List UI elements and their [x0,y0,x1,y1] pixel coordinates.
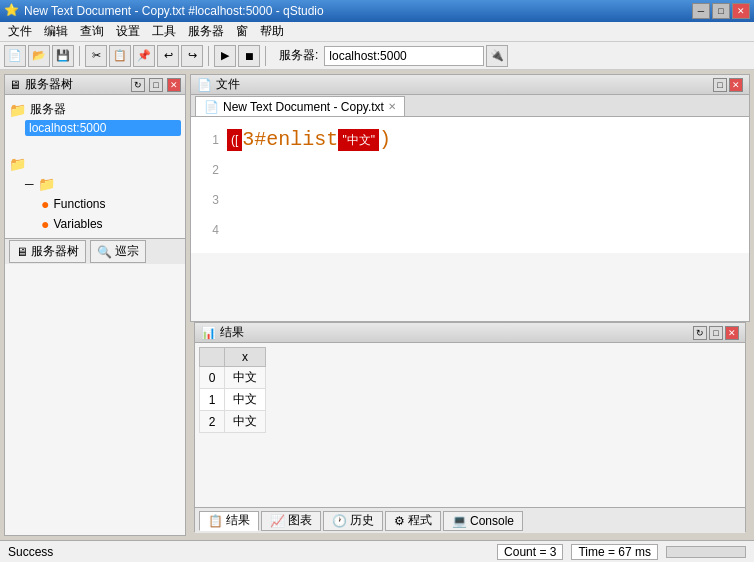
results-tab-program[interactable]: ⚙ 程式 [385,511,441,531]
file-panel-title: 文件 [216,76,709,93]
tree-children: localhost:5000 [9,120,181,136]
file-tab-name: New Text Document - Copy.txt [223,100,384,114]
code-line-3: 3 [199,185,741,215]
code-cmd: #enlist [254,125,338,155]
results-table-area: x 0 中文 1 中文 [195,343,745,507]
chart-tab-label: 图表 [288,512,312,529]
variables-label: Variables [53,217,102,231]
server-root: 📁 服务器 [9,99,181,120]
line-num-2: 2 [199,155,219,185]
row-0-val: 中文 [225,367,266,389]
file-tab-close[interactable]: ✕ [388,101,396,112]
code-str: "中文" [338,129,379,151]
code-num: 3 [242,125,254,155]
history-tab-label: 历史 [350,512,374,529]
copy-button[interactable]: 📋 [109,45,131,67]
code-content-1: ([ 3#enlist "中文") [227,125,391,155]
close-button[interactable]: ✕ [732,3,750,19]
window-controls: ─ □ ✕ [692,3,750,19]
server-tree-tab-label: 服务器树 [31,243,79,260]
program-tab-label: 程式 [408,512,432,529]
undo-button[interactable]: ↩ [157,45,179,67]
new-button[interactable]: 📄 [4,45,26,67]
menu-bar: 文件 编辑 查询 设置 工具 服务器 窗 帮助 [0,22,754,42]
app-icon: ⭐ [4,3,20,19]
browse-tab-label: 巡宗 [115,243,139,260]
cut-button[interactable]: ✂ [85,45,107,67]
results-icon: 📊 [201,326,216,340]
col-x-header: x [225,348,266,367]
tree-content-2: 📁 ─ 📁 ● Functions [5,150,185,238]
server-tree-tab[interactable]: 🖥 服务器树 [9,240,86,263]
bullet-icon-2: ● [41,216,49,232]
title-bar: ⭐ New Text Document - Copy.txt #localhos… [0,0,754,22]
menu-file[interactable]: 文件 [2,21,38,42]
maximize-file-btn[interactable]: □ [713,78,727,92]
separator-2 [208,46,209,66]
server-item-label: localhost:5000 [29,121,106,135]
server-tree-title: 服务器树 [25,76,127,93]
server-root-label: 服务器 [30,101,66,118]
server-tree-header: 🖥 服务器树 ↻ □ ✕ [5,75,185,95]
close-file-btn[interactable]: ✕ [729,78,743,92]
status-progress [666,546,746,558]
status-bar: Success Count = 3 Time = 67 ms [0,540,754,562]
code-editor[interactable]: 1 ([ 3#enlist "中文") 2 3 4 [191,117,749,253]
variables-item[interactable]: ● Variables [41,214,181,234]
file-panel-btns: □ ✕ [713,78,743,92]
browse-tab[interactable]: 🔍 巡宗 [90,240,146,263]
results-tab-icon: 📋 [208,514,223,528]
server-item[interactable]: localhost:5000 [25,120,181,136]
paste-button[interactable]: 📌 [133,45,155,67]
file-tabs: 📄 New Text Document - Copy.txt ✕ [191,95,749,117]
row-0-idx: 0 [200,367,225,389]
menu-server[interactable]: 服务器 [182,21,230,42]
close-server-panel[interactable]: ✕ [167,78,181,92]
results-tab-console[interactable]: 💻 Console [443,511,523,531]
db-root: 📁 [9,154,181,174]
file-panel: 📄 文件 □ ✕ 📄 New Text Document - Copy.txt … [190,74,750,322]
row-2-val: 中文 [225,411,266,433]
console-tab-icon: 💻 [452,514,467,528]
sub-children: ● Functions ● Variables [25,194,181,234]
file-tab-1[interactable]: 📄 New Text Document - Copy.txt ✕ [195,96,405,116]
toolbar: 📄 📂 💾 ✂ 📋 📌 ↩ ↪ ▶ ⏹ 服务器: 🔌 [0,42,754,70]
window-title: New Text Document - Copy.txt #localhost:… [24,4,692,18]
save-button[interactable]: 💾 [52,45,74,67]
results-header: 📊 结果 ↻ □ ✕ [195,323,745,343]
menu-help[interactable]: 帮助 [254,21,290,42]
file-icon: 📄 [197,78,212,92]
status-text: Success [8,545,489,559]
results-tab-chart[interactable]: 📈 图表 [261,511,321,531]
menu-query[interactable]: 查询 [74,21,110,42]
maximize-results-btn[interactable]: □ [709,326,723,340]
history-tab-icon: 🕐 [332,514,347,528]
close-results-btn[interactable]: ✕ [725,326,739,340]
menu-tools[interactable]: 工具 [146,21,182,42]
connect-button[interactable]: 🔌 [486,45,508,67]
menu-edit[interactable]: 编辑 [38,21,74,42]
open-button[interactable]: 📂 [28,45,50,67]
stop-button[interactable]: ⏹ [238,45,260,67]
panel-tabs: 🖥 服务器树 🔍 巡宗 [5,238,185,264]
file-tab-doc-icon: 📄 [204,100,219,114]
float-button[interactable]: □ [149,78,163,92]
minimize-button[interactable]: ─ [692,3,710,19]
functions-item[interactable]: ● Functions [41,194,181,214]
server-tree-tab-icon: 🖥 [16,245,28,259]
results-tab-results[interactable]: 📋 结果 [199,511,259,531]
menu-settings[interactable]: 设置 [110,21,146,42]
redo-button[interactable]: ↪ [181,45,203,67]
minus-icon: ─ [25,177,34,191]
menu-window[interactable]: 窗 [230,21,254,42]
maximize-button[interactable]: □ [712,3,730,19]
row-2-idx: 2 [200,411,225,433]
results-tab-history[interactable]: 🕐 历史 [323,511,383,531]
refresh-button[interactable]: ↻ [131,78,145,92]
refresh-results-btn[interactable]: ↻ [693,326,707,340]
left-panel: 🖥 服务器树 ↻ □ ✕ 📁 服务器 localhost:5000 [0,70,190,540]
run-button[interactable]: ▶ [214,45,236,67]
server-input[interactable] [324,46,484,66]
tree-content: 📁 服务器 localhost:5000 [5,95,185,140]
folder-icon: 📁 [9,102,26,118]
